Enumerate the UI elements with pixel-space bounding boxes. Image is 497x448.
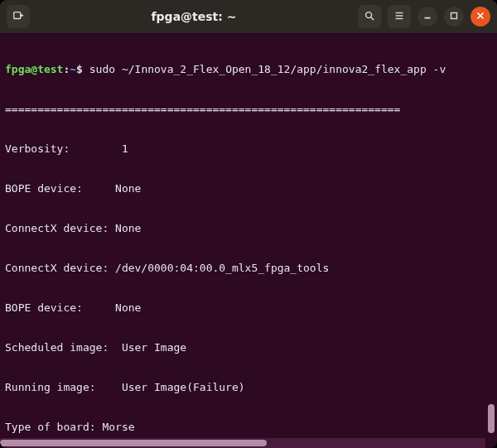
info-line: Scheduled image: User Image [5, 341, 492, 354]
window-title: fpga@test: ~ [35, 10, 353, 23]
info-line: BOPE device: None [5, 301, 492, 315]
scrollbar-horizontal[interactable] [0, 438, 485, 448]
new-tab-button[interactable] [7, 5, 30, 28]
scrollbar-track [487, 33, 495, 433]
info-line: Type of board: Morse [5, 421, 492, 434]
terminal-output: fpga@test:~$ sudo ~/Innova_2_Flex_Open_1… [0, 33, 497, 448]
maximize-icon [448, 10, 460, 24]
close-button[interactable] [470, 7, 490, 26]
scrollbar-vertical[interactable] [487, 33, 495, 433]
svg-rect-9 [451, 12, 457, 18]
search-icon [364, 10, 375, 24]
info-line: ConnectX device: /dev/0000:04:00.0_mlx5_… [5, 262, 492, 275]
prompt-userhost: fpga@test [5, 63, 63, 75]
minimize-icon [422, 10, 433, 24]
titlebar: fpga@test: ~ [0, 0, 497, 33]
command-text: sudo ~/Innova_2_Flex_Open_18_12/app/inno… [89, 63, 446, 75]
search-button[interactable] [358, 5, 381, 28]
terminal-body[interactable]: fpga@test:~$ sudo ~/Innova_2_Flex_Open_1… [0, 33, 497, 448]
new-tab-icon [12, 10, 24, 24]
info-line: BOPE device: None [5, 182, 492, 195]
info-line: Running image: User Image(Failure) [5, 381, 492, 394]
menu-button[interactable] [388, 5, 411, 28]
minimize-button[interactable] [417, 7, 437, 26]
svg-point-3 [366, 12, 372, 17]
terminal-window: fpga@test: ~ [0, 0, 497, 448]
hamburger-icon [393, 10, 405, 24]
maximize-button[interactable] [444, 7, 464, 26]
scrollbar-thumb[interactable] [488, 404, 495, 433]
prompt-sep2: $ [76, 63, 89, 75]
close-icon [475, 10, 486, 24]
svg-rect-0 [14, 12, 21, 18]
rule-line: ========================================… [5, 103, 492, 116]
scrollbar-thumb-h[interactable] [0, 440, 267, 446]
info-line: ConnectX device: None [5, 222, 492, 235]
prompt-line: fpga@test:~$ sudo ~/Innova_2_Flex_Open_1… [5, 63, 492, 76]
svg-line-4 [371, 17, 374, 20]
prompt-path: ~ [70, 63, 76, 75]
info-line: Verbosity: 1 [5, 142, 492, 156]
